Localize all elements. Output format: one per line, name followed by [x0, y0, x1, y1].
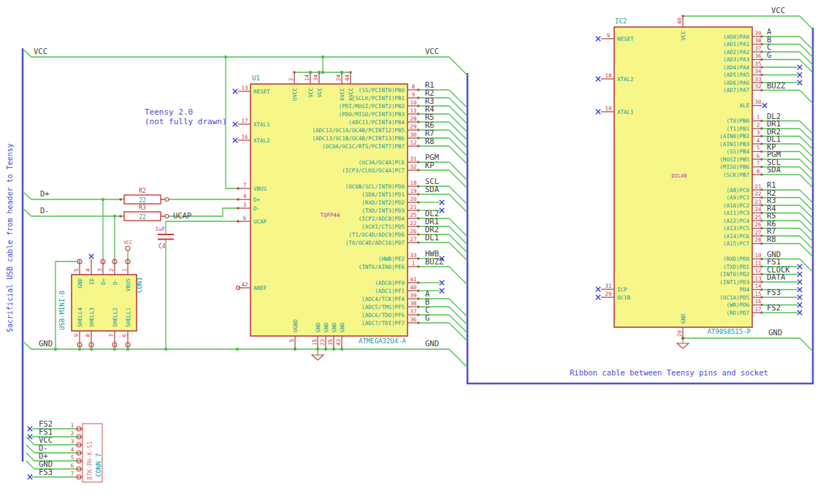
net-label: DL1	[425, 233, 439, 242]
c4-value: 1uF	[155, 226, 165, 232]
pin-name: (ADC4/TCK)PF4	[362, 296, 405, 302]
pin-number: 29	[410, 123, 416, 130]
pin-number: 21	[410, 204, 416, 210]
pin-number: 2	[288, 77, 294, 81]
r3-ref: R3	[139, 205, 146, 211]
bus-entry	[800, 175, 813, 188]
bus-entry	[800, 229, 813, 242]
pin-number: 42	[241, 281, 248, 288]
bus-entry	[449, 226, 467, 245]
pin-number: 4	[71, 446, 74, 453]
bus-entry	[449, 194, 467, 213]
pin-name: (AD7)PA7	[723, 87, 749, 93]
pin-name: (A9)PC1	[726, 194, 749, 201]
pin-number: 8	[757, 168, 760, 175]
bus-entry	[800, 137, 813, 150]
net-label: G	[425, 313, 429, 322]
pin-number: 1	[757, 114, 760, 121]
pin-name: PD4	[739, 286, 749, 293]
pin-number: 16	[241, 134, 248, 140]
pin-name: (ADC5/TMS)PF5	[362, 304, 405, 310]
schematic-page: VCC 8(SS/PCINT0)PB0R19(SCLK/PCINT1)PB1R2…	[0, 0, 826, 504]
pin-number: 10	[754, 252, 762, 259]
pin-number: 34	[313, 74, 319, 81]
net-label: BUZZ	[767, 81, 785, 90]
net-label: FS3	[767, 288, 781, 297]
pin-name: SHELL1	[125, 308, 131, 327]
pin-number: 7	[757, 160, 760, 167]
pin-name: VBUS	[253, 186, 267, 192]
pin-number: 26	[754, 221, 762, 228]
pin-number: 4	[243, 193, 247, 199]
pin-end-dot	[237, 207, 239, 209]
no-connect-x	[233, 89, 237, 93]
pin-number: 34	[754, 68, 762, 75]
pin-name: RESET	[253, 88, 270, 95]
pin-name: (RXD)PD0	[723, 256, 750, 262]
pin-number: 22	[410, 220, 416, 226]
pin-number: 6	[121, 334, 128, 337]
pin-number: 23	[754, 199, 761, 205]
bus-entry	[800, 129, 813, 142]
bus-entry	[449, 162, 467, 180]
no-connect-x	[440, 280, 444, 285]
pin-number: 15	[754, 291, 761, 297]
bus-entry	[800, 259, 813, 272]
pin-name: (AD5)PA5	[723, 72, 749, 78]
pin-name: UVCC	[291, 88, 298, 101]
capacitor-plates	[158, 234, 174, 240]
net-label: FS2	[767, 303, 781, 312]
bus-entry	[449, 323, 467, 341]
net-label: SDA	[767, 165, 781, 174]
net-label-gnd-right: GND	[425, 339, 439, 348]
pin-name: (A8)PC0	[726, 187, 749, 194]
pin-name: (RD)PD7	[726, 310, 749, 316]
r2-ref: R2	[139, 188, 146, 194]
pin-number: 14	[754, 283, 762, 289]
pin-name: (INT1)PD3	[719, 279, 749, 286]
pin-name: (AIN1)PB3	[719, 141, 749, 148]
bus-entry	[800, 37, 813, 50]
pin-number: 38	[754, 37, 762, 44]
pin-number: 5	[73, 268, 80, 272]
bus-entry	[800, 91, 813, 104]
pin-name: (TXD)PD1	[723, 264, 749, 270]
no-connect-x	[28, 475, 32, 479]
pin-number: 13	[754, 275, 761, 282]
pin-name: (ADC7/TDI)PF7	[362, 320, 405, 327]
bus-entry	[449, 130, 467, 148]
pin-name: (A15)PC7	[723, 240, 749, 247]
pin-name: XTAL1	[617, 109, 634, 115]
net-label-gnd-left: GND	[39, 339, 53, 348]
pin-number: 8	[85, 334, 91, 337]
pin-number: 5	[757, 145, 760, 151]
pin-number: 7	[108, 334, 115, 337]
conn7-value: B7K-PH-K-S1	[87, 441, 93, 480]
pin-number: 33	[754, 76, 761, 83]
no-connect-x	[798, 80, 802, 85]
note-ribbon-cable: Ribbon cable between Teensy pins and soc…	[570, 368, 768, 377]
pin-number: 11	[410, 107, 416, 114]
pin-name: (A14)PC6	[723, 233, 750, 240]
pin-number: 44	[344, 74, 351, 81]
pin-name: (AD4)PA4	[723, 64, 750, 71]
no-connect-x	[762, 103, 767, 107]
bus-entry	[449, 315, 467, 333]
bus-entry	[449, 243, 467, 261]
net-label: SDA	[425, 185, 440, 194]
pin-number: 4	[757, 137, 760, 144]
pin-number: 1	[121, 268, 128, 272]
bus-entry	[449, 299, 467, 317]
pin-name: (AIN0)PB2	[719, 133, 749, 140]
bus-entry	[800, 213, 813, 226]
pin-number: 2	[71, 430, 74, 437]
u1-value: ATMEGA32U4-A	[359, 337, 407, 345]
pin-end-dot	[681, 15, 684, 17]
pin-end-dot	[681, 337, 684, 339]
pin-name: (OC0A/OC1C/RTS/PCINT7)PB7	[322, 143, 405, 150]
pin-name: (T1)PB1	[726, 126, 749, 132]
pin-name: (OC1A)PD5	[719, 294, 749, 301]
pin-number: 3	[757, 129, 760, 136]
bus-entry	[800, 244, 813, 257]
pin-number: 9	[412, 91, 416, 98]
